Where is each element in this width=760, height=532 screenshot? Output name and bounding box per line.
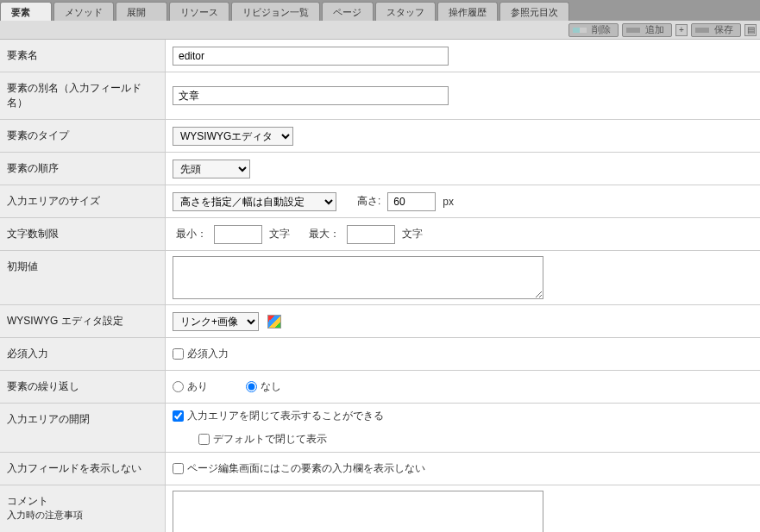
min-label: 最小： xyxy=(176,227,207,241)
label-alias: 要素の別名（入力フィールド名） xyxy=(0,72,166,119)
max-label: 最大： xyxy=(309,227,340,241)
height-label: 高さ: xyxy=(357,194,380,209)
hide-checkbox[interactable]: ページ編集画面にはこの要素の入力欄を表示しない xyxy=(173,461,425,476)
tab-bar: 要素メソッド展開リソースリビジョン一覧ページスタッフ操作履歴参照元目次 xyxy=(0,0,760,21)
label-type: 要素のタイプ xyxy=(0,120,166,152)
tab-1[interactable]: メソッド xyxy=(53,2,114,21)
order-select[interactable]: 先頭 xyxy=(173,160,250,178)
label-char-limit: 文字数制限 xyxy=(0,218,166,250)
tab-7[interactable]: 操作履歴 xyxy=(437,2,498,21)
tab-8[interactable]: 参照元目次 xyxy=(499,2,569,21)
label-repeat: 要素の繰り返し xyxy=(0,371,166,403)
size-mode-select[interactable]: 高さを指定／幅は自動設定 xyxy=(173,192,336,211)
max-unit: 文字 xyxy=(402,227,423,241)
label-name: 要素名 xyxy=(0,40,166,72)
height-unit: px xyxy=(443,196,454,208)
label-hide-field: 入力フィールドを表示しない xyxy=(0,453,166,485)
repeat-yes-radio[interactable]: あり xyxy=(173,379,208,394)
disk-icon[interactable]: ▤ xyxy=(744,24,757,36)
label-comment: コメント 入力時の注意事項 xyxy=(0,485,166,532)
label-order: 要素の順序 xyxy=(0,153,166,185)
action-bar: 削除 追加 + 保存 ▤ xyxy=(0,21,760,40)
label-initial: 初期値 xyxy=(0,251,166,304)
delete-button[interactable]: 削除 xyxy=(568,23,619,37)
required-checkbox[interactable]: 必須入力 xyxy=(173,347,229,361)
tab-5[interactable]: ページ xyxy=(322,2,374,21)
min-input[interactable] xyxy=(214,225,262,244)
palette-icon[interactable] xyxy=(267,315,281,329)
alias-input[interactable] xyxy=(173,86,449,105)
label-collapse: 入力エリアの開閉 xyxy=(0,404,166,452)
label-required: 必須入力 xyxy=(0,338,166,370)
type-select[interactable]: WYSIWYGエディタ xyxy=(173,127,293,146)
name-input[interactable] xyxy=(173,47,449,66)
repeat-no-radio[interactable]: なし xyxy=(246,379,281,394)
min-unit: 文字 xyxy=(269,227,290,241)
label-area-size: 入力エリアのサイズ xyxy=(0,185,166,217)
comment-textarea[interactable] xyxy=(173,491,543,532)
initial-textarea[interactable] xyxy=(173,256,543,299)
tab-3[interactable]: リソース xyxy=(169,2,229,21)
height-input[interactable] xyxy=(387,192,436,211)
tab-4[interactable]: リビジョン一覧 xyxy=(231,2,320,21)
tab-6[interactable]: スタッフ xyxy=(375,2,436,21)
wysiwyg-select[interactable]: リンク+画像 xyxy=(173,312,259,331)
collapse-default-checkbox[interactable]: デフォルトで閉じて表示 xyxy=(198,432,327,447)
plus-icon[interactable]: + xyxy=(675,24,688,36)
tab-2[interactable]: 展開 xyxy=(116,2,167,21)
tab-0[interactable]: 要素 xyxy=(0,2,52,21)
collapse-checkbox[interactable]: 入力エリアを閉じて表示することができる xyxy=(173,409,384,423)
max-input[interactable] xyxy=(347,225,395,244)
save-button[interactable]: 保存 xyxy=(691,23,741,37)
form: 要素名 要素の別名（入力フィールド名） 要素のタイプ WYSIWYGエディタ 要… xyxy=(0,40,760,532)
add-button[interactable]: 追加 xyxy=(622,23,672,37)
label-wysiwyg: WYSIWYG エディタ設定 xyxy=(0,305,166,337)
